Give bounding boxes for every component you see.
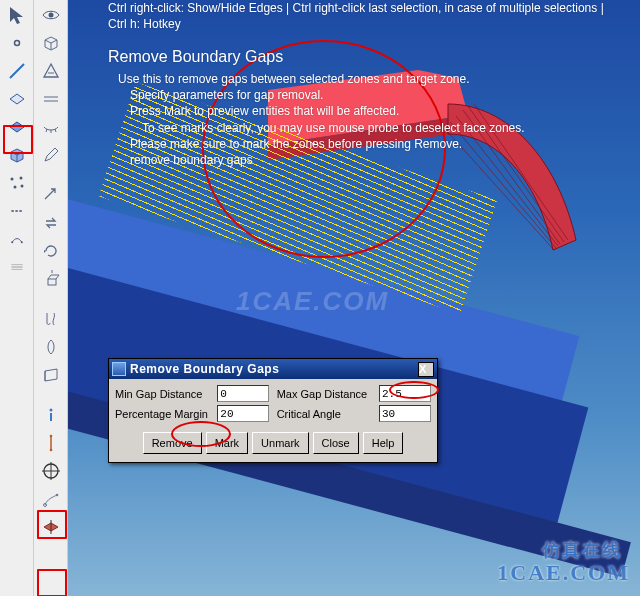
help-overlay: Ctrl right-click: Show/Hide Edges | Ctrl… [108,0,608,168]
tool-slice[interactable] [37,514,65,540]
tool-target[interactable] [37,458,65,484]
close-dialog-button[interactable]: Close [313,432,359,454]
tool-extrude[interactable] [37,266,65,292]
dialog-icon [112,362,126,376]
tool-trim[interactable] [37,306,65,332]
unmark-button[interactable]: Unmark [252,432,309,454]
label-crit-angle: Critical Angle [277,408,379,420]
tool-op2[interactable] [3,226,31,252]
dialog-remove-boundary-gaps: Remove Boundary Gaps X Min Gap Distance … [108,358,438,463]
input-min-gap[interactable] [217,385,269,402]
tool-rotate[interactable] [37,238,65,264]
toolbar-column-1 [0,0,34,596]
svg-point-5 [20,185,23,188]
help-button[interactable]: Help [363,432,404,454]
svg-rect-25 [50,413,52,421]
tool-view-eye[interactable] [37,2,65,28]
label-pct-margin: Percentage Margin [115,408,217,420]
svg-point-3 [19,177,22,180]
svg-point-32 [55,494,58,497]
tool-cube-wire[interactable] [37,30,65,56]
close-button[interactable]: X [418,362,434,377]
svg-point-33 [43,504,46,507]
tool-lashes[interactable] [37,114,65,140]
help-line: Please make sure to mark the zones befor… [130,136,608,152]
dialog-title-text: Remove Boundary Gaps [130,362,418,376]
svg-rect-8 [19,210,21,212]
remove-button[interactable]: Remove [143,432,202,454]
viewport-3d[interactable]: Ctrl right-click: Show/Hide Edges | Ctrl… [68,0,640,596]
svg-point-14 [48,13,53,18]
tool-project[interactable] [37,334,65,360]
help-line: remove boundary gaps [130,152,608,168]
tool-probe[interactable] [37,486,65,512]
svg-point-2 [10,178,13,181]
tool-face[interactable] [3,86,31,112]
svg-point-27 [49,435,52,438]
svg-rect-21 [48,279,56,285]
help-line: Use this to remove gaps between selected… [118,71,608,87]
tool-vertex[interactable] [3,30,31,56]
svg-point-28 [49,449,52,452]
dialog-titlebar[interactable]: Remove Boundary Gaps X [109,359,437,379]
tool-sweep[interactable] [37,362,65,388]
tool-nodes[interactable] [3,170,31,196]
toolbar-column-2 [34,0,68,596]
svg-rect-7 [15,210,17,212]
tool-pencil[interactable] [37,142,65,168]
label-max-gap: Max Gap Distance [277,388,379,400]
input-max-gap[interactable] [379,385,431,402]
mark-button[interactable]: Mark [206,432,248,454]
svg-point-0 [14,41,19,46]
tool-zone[interactable] [3,114,31,140]
label-min-gap: Min Gap Distance [115,388,217,400]
hotkey-hint: Ctrl right-click: Show/Hide Edges | Ctrl… [108,0,608,32]
tool-move-arrow[interactable] [37,182,65,208]
tool-lines[interactable] [37,86,65,112]
tool-edge[interactable] [3,58,31,84]
tool-op1[interactable] [3,198,31,224]
help-title: Remove Boundary Gaps [108,46,608,68]
close-icon: X [419,363,433,375]
tool-info[interactable] [37,402,65,428]
tool-axis[interactable] [37,430,65,456]
tool-cursor[interactable] [3,2,31,28]
help-line: To see marks clearly, you may use mouse … [142,120,608,136]
tool-swap[interactable] [37,210,65,236]
svg-point-10 [20,241,22,243]
svg-point-4 [13,186,16,189]
svg-point-9 [11,241,13,243]
help-line: Press Mark to preview entities that will… [130,103,608,119]
input-crit-angle[interactable] [379,405,431,422]
svg-line-1 [10,64,24,78]
svg-point-24 [49,409,52,412]
tool-body[interactable] [3,142,31,168]
input-pct-margin[interactable] [217,405,269,422]
tool-triangle[interactable] [37,58,65,84]
dialog-body: Min Gap Distance Max Gap Distance Percen… [109,379,437,462]
help-line: Specify parameters for gap removal. [130,87,608,103]
svg-rect-6 [11,210,13,212]
tool-op3[interactable] [3,254,31,280]
